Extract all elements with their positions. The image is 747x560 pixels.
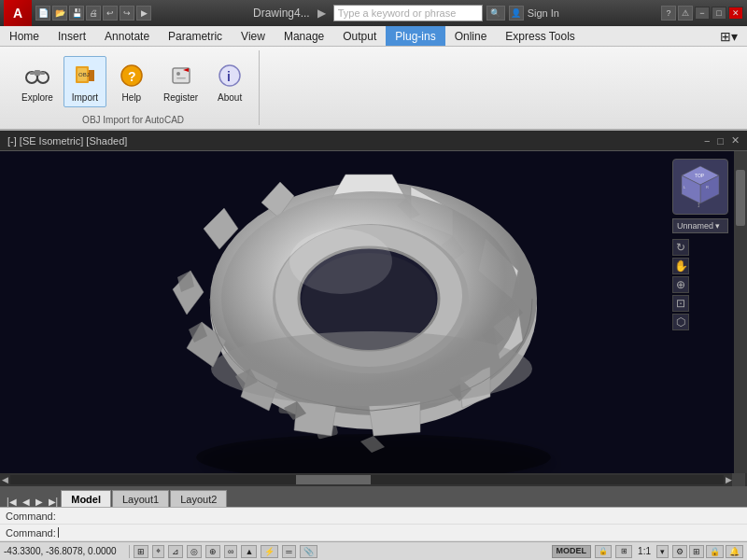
grid-toggle[interactable]: ⊞ <box>134 545 148 558</box>
menu-output[interactable]: Output <box>333 26 386 46</box>
vp-lock[interactable]: 🔒 <box>595 545 612 558</box>
otrack-toggle[interactable]: ∞ <box>224 545 237 558</box>
polar-toggle[interactable]: ◎ <box>187 545 202 558</box>
help-ribbon-btn[interactable]: ? Help <box>110 56 153 107</box>
svg-marker-29 <box>369 401 420 436</box>
command-label-1: Command: <box>6 511 56 522</box>
zoom-btn[interactable]: ⊕ <box>672 276 689 293</box>
lw-toggle[interactable]: ═ <box>282 545 295 558</box>
register-btn[interactable]: Register <box>157 56 204 107</box>
cursor-blink <box>58 527 59 538</box>
menu-manage[interactable]: Manage <box>275 26 333 46</box>
import-btn[interactable]: OBJ Import <box>63 56 106 107</box>
prev-view-btn[interactable]: ⬡ <box>672 314 689 330</box>
more-btn[interactable]: ▶ <box>136 6 151 21</box>
user-icon[interactable]: 👤 <box>509 6 524 21</box>
menu-parametric[interactable]: Parametric <box>159 26 232 46</box>
nav-arrow-icon: ▾ <box>715 221 720 231</box>
menu-online[interactable]: Online <box>445 26 497 46</box>
svg-rect-4 <box>40 72 45 75</box>
command-line-1: Command: <box>0 508 747 525</box>
tp-toggle[interactable]: 📎 <box>300 545 317 558</box>
extents-btn[interactable]: ⊡ <box>672 295 689 312</box>
tab-model[interactable]: Model <box>61 490 111 507</box>
viewport-title: [-] [SE Isometric] [Shaded] <box>7 135 127 147</box>
tab-layout2[interactable]: Layout2 <box>170 490 227 507</box>
menu-bar: Home Insert Annotate Parametric View Man… <box>0 26 747 47</box>
undo-btn[interactable]: ↩ <box>103 6 118 21</box>
vp-close-btn[interactable]: ✕ <box>731 134 740 147</box>
unnamed-view-btn[interactable]: Unnamed ▾ <box>672 218 728 233</box>
menu-view[interactable]: View <box>232 26 275 46</box>
open-btn[interactable]: 📂 <box>52 6 67 21</box>
tab-layout1[interactable]: Layout1 <box>112 490 169 507</box>
ribbon: Explore OBJ Import <box>0 47 747 131</box>
search-box[interactable]: Type a keyword or phrase <box>333 5 483 21</box>
menu-express-tools[interactable]: Express Tools <box>496 26 584 46</box>
save-btn[interactable]: 💾 <box>69 6 84 21</box>
menu-insert[interactable]: Insert <box>49 26 95 46</box>
snap-toggle[interactable]: ⌖ <box>152 545 164 558</box>
menu-plugins[interactable]: Plug-ins <box>386 26 444 46</box>
ribbon-section-obj: Explore OBJ Import <box>7 50 260 125</box>
help-btn[interactable]: ? <box>661 6 676 21</box>
vp-scale[interactable]: ⊞ <box>615 545 632 558</box>
register-icon <box>166 61 196 91</box>
nav-cube[interactable]: TOP R L ↕ <box>672 159 728 215</box>
svg-point-53 <box>289 229 392 294</box>
viewport-canvas: TOP R L ↕ Unnamed ▾ ↻ ✋ ⊕ ⊡ <box>0 151 747 473</box>
svg-point-52 <box>211 331 532 406</box>
about-label: About <box>218 92 242 103</box>
command-area: Command: Command: <box>0 507 747 541</box>
hscroll-track[interactable] <box>10 475 724 484</box>
orbit-btn[interactable]: ↻ <box>672 239 689 256</box>
minimize-btn[interactable]: − <box>695 7 710 20</box>
print-btn[interactable]: 🖨 <box>86 6 101 21</box>
model-space-btn[interactable]: MODEL <box>552 545 592 558</box>
viewport-scrollbar[interactable] <box>734 151 747 473</box>
tab-nav-prev[interactable]: ◀ <box>20 497 33 507</box>
ribbon-section-label: OBJ Import for AutoCAD <box>82 115 184 125</box>
notify-btn[interactable]: 🔔 <box>726 545 743 558</box>
nav-cube-svg: TOP R L ↕ <box>676 162 725 211</box>
hscroll-left[interactable]: ◀ <box>2 475 8 484</box>
warning-btn[interactable]: ⚠ <box>678 6 693 21</box>
ortho-toggle[interactable]: ⊿ <box>168 545 183 558</box>
settings-btn[interactable]: ⚙ <box>672 545 687 558</box>
ducs-toggle[interactable]: ▲ <box>241 545 257 558</box>
explore-btn[interactable]: Explore <box>15 56 60 107</box>
viewport-header: [-] [SE Isometric] [Shaded] − □ ✕ <box>0 131 747 151</box>
redo-btn[interactable]: ↪ <box>120 6 134 21</box>
anno-scale-btn[interactable]: ▾ <box>656 545 669 558</box>
vp-minimize-btn[interactable]: − <box>704 135 710 147</box>
vp-maximize-btn[interactable]: □ <box>717 135 724 147</box>
search-icon[interactable]: 🔍 <box>486 6 505 21</box>
tab-nav-right[interactable]: ▶| <box>46 497 62 507</box>
scrollbar-thumb[interactable] <box>736 170 745 226</box>
hscroll-thumb[interactable] <box>296 475 371 484</box>
unnamed-label: Unnamed <box>677 221 713 231</box>
tab-nav-left[interactable]: |◀ <box>4 497 20 507</box>
menu-annotate[interactable]: Annotate <box>95 26 159 46</box>
menu-home[interactable]: Home <box>0 26 49 46</box>
osnap-toggle[interactable]: ⊕ <box>205 545 220 558</box>
status-bar: -43.3300, -36.8078, 0.0000 ⊞ ⌖ ⊿ ◎ ⊕ ∞ ▲… <box>0 541 747 560</box>
gear-3d <box>131 151 616 473</box>
title-bar-center: Drawing4... ▶ Type a keyword or phrase 🔍… <box>151 5 661 21</box>
close-btn[interactable]: ✕ <box>728 7 743 20</box>
new-btn[interactable]: 📄 <box>35 6 50 21</box>
workspace-btn[interactable]: ⊞ <box>689 545 704 558</box>
menu-extra[interactable]: ⊞▾ <box>711 26 747 46</box>
command-line-2[interactable]: Command: <box>0 525 747 541</box>
title-bar-left: A 📄 📂 💾 🖨 ↩ ↪ ▶ <box>4 0 151 26</box>
about-btn[interactable]: i About <box>208 56 251 107</box>
maximize-btn[interactable]: □ <box>712 7 726 20</box>
sign-in-label[interactable]: Sign In <box>528 7 559 19</box>
dyn-toggle[interactable]: ⚡ <box>261 545 278 558</box>
quick-access-toolbar: 📄 📂 💾 🖨 ↩ ↪ ▶ <box>35 6 151 21</box>
hscroll-right[interactable]: ▶ <box>726 475 732 484</box>
tab-nav-next[interactable]: ▶ <box>33 497 46 507</box>
lock-btn[interactable]: 🔒 <box>706 545 724 558</box>
pan-btn[interactable]: ✋ <box>672 258 689 274</box>
hscrollbar: ◀ ▶ <box>0 473 747 486</box>
